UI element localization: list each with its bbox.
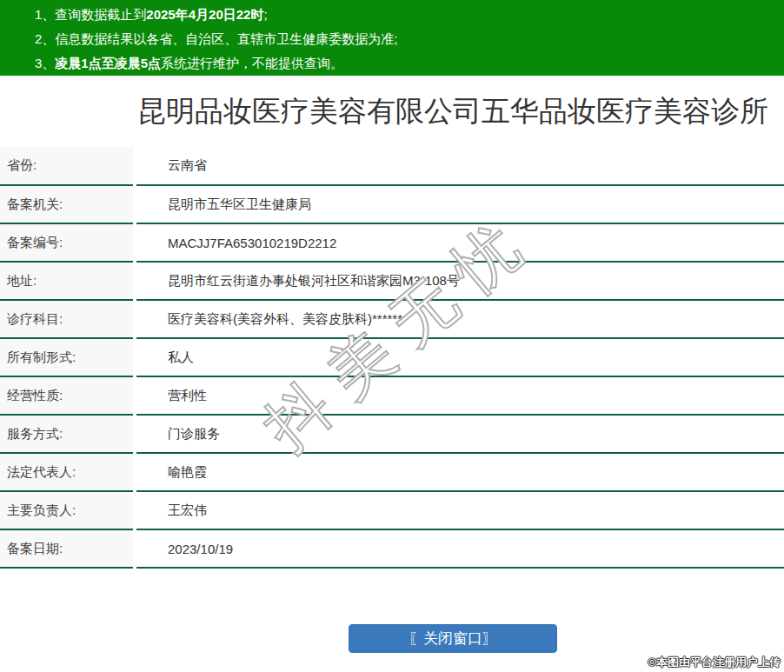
table-row-province: 省份: 云南省 [0, 147, 784, 185]
notice-line-3-bold: 凌晨1点至凌晨5点 [55, 56, 161, 70]
notice-line-1-post: ; [263, 7, 267, 22]
row-label: 经营性质: [0, 376, 135, 415]
row-value: 营利性 [135, 376, 784, 415]
row-label: 备案编号: [0, 223, 135, 262]
row-value: 云南省 [135, 147, 784, 185]
row-label: 服务方式: [0, 415, 135, 453]
row-label: 法定代表人: [0, 453, 135, 491]
table-row-record-authority: 备案机关: 昆明市五华区卫生健康局 [0, 185, 784, 223]
row-value: 王宏伟 [135, 491, 784, 529]
button-row: 〖关闭窗口〗 [122, 624, 784, 653]
record-table: 省份: 云南省 备案机关: 昆明市五华区卫生健康局 备案编号: MACJJ7FA… [0, 147, 784, 569]
notice-line-2-text: 2、信息数据结果以各省、自治区、直辖市卫生健康委数据为准; [35, 31, 398, 46]
row-value: 门诊服务 [135, 415, 784, 453]
row-value: 私人 [135, 338, 784, 376]
notice-line-3-text: 3、 [35, 56, 55, 70]
table-row-business-nature: 经营性质: 营利性 [0, 376, 784, 415]
row-label: 备案机关: [0, 185, 135, 223]
uploader-credit-watermark: ©本图由平台注册用户上传 [648, 655, 781, 670]
notice-line-3-post: 系统进行维护，不能提供查询。 [161, 56, 343, 70]
row-value: 喻艳霞 [135, 453, 784, 491]
row-label: 省份: [0, 147, 135, 185]
table-row-ownership-form: 所有制形式: 私人 [0, 338, 784, 376]
table-row-service-mode: 服务方式: 门诊服务 [0, 415, 784, 453]
row-value: 昆明市五华区卫生健康局 [135, 185, 784, 223]
row-value: MACJJ7FA653010219D2212 [135, 223, 784, 262]
row-label: 地址: [0, 262, 135, 300]
table-row-clinical-departments: 诊疗科目: 医疗美容科(美容外科、美容皮肤科)****** [0, 300, 784, 338]
row-label: 主要负责人: [0, 491, 135, 529]
row-value: 昆明市红云街道办事处银河社区和谐家园M3-108号 [135, 262, 784, 300]
row-label: 备案日期: [0, 529, 135, 568]
row-label: 诊疗科目: [0, 300, 135, 338]
notice-bar: 1、查询数据截止到2025年4月20日22时; 2、信息数据结果以各省、自治区、… [0, 0, 784, 76]
table-row-address: 地址: 昆明市红云街道办事处银河社区和谐家园M3-108号 [0, 262, 784, 300]
row-value: 医疗美容科(美容外科、美容皮肤科)****** [135, 300, 784, 338]
row-value: 2023/10/19 [135, 529, 784, 568]
table-row-main-person-in-charge: 主要负责人: 王宏伟 [0, 491, 784, 529]
table-row-record-number: 备案编号: MACJJ7FA653010219D2212 [0, 223, 784, 262]
notice-line-1-bold: 2025年4月20日22时 [146, 7, 263, 22]
table-row-record-date: 备案日期: 2023/10/19 [0, 529, 784, 568]
notice-line-1-text: 1、查询数据截止到 [35, 7, 146, 22]
row-label: 所有制形式: [0, 338, 135, 376]
notice-line-2: 2、信息数据结果以各省、自治区、直辖市卫生健康委数据为准; [35, 27, 784, 51]
table-row-legal-representative: 法定代表人: 喻艳霞 [0, 453, 784, 491]
close-window-button[interactable]: 〖关闭窗口〗 [349, 624, 557, 653]
notice-line-1: 1、查询数据截止到2025年4月20日22时; [35, 3, 784, 27]
page-title: 昆明品妆医疗美容有限公司五华品妆医疗美容诊所 [122, 90, 784, 133]
notice-line-3: 3、凌晨1点至凌晨5点系统进行维护，不能提供查询。 [35, 51, 784, 76]
